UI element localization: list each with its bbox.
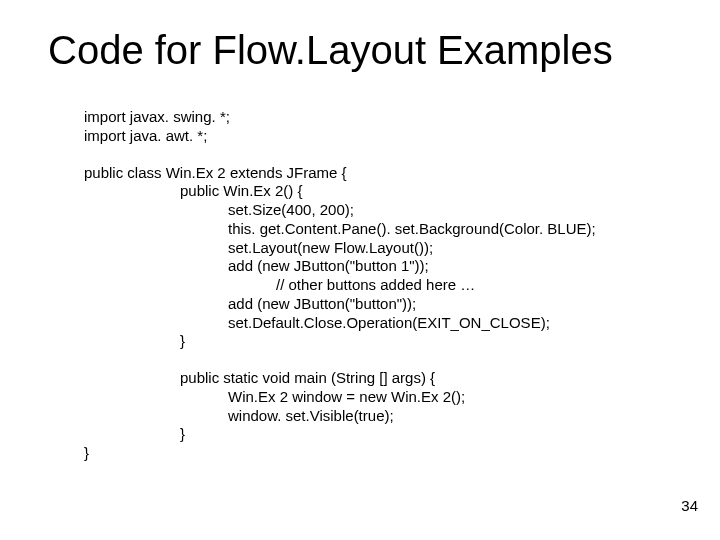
code-line: }: [84, 332, 680, 351]
code-block: import javax. swing. *; import java. awt…: [84, 108, 680, 463]
code-line: window. set.Visible(true);: [84, 407, 680, 426]
code-line: public class Win.Ex 2 extends JFrame {: [84, 164, 680, 183]
code-line: set.Default.Close.Operation(EXIT_ON_CLOS…: [84, 314, 680, 333]
code-line: }: [84, 425, 680, 444]
page-number: 34: [681, 497, 698, 514]
code-line: set.Size(400, 200);: [84, 201, 680, 220]
code-line: Win.Ex 2 window = new Win.Ex 2();: [84, 388, 680, 407]
blank-line: [84, 351, 680, 369]
blank-line: [84, 146, 680, 164]
code-line: public static void main (String [] args)…: [84, 369, 680, 388]
code-line: this. get.Content.Pane(). set.Background…: [84, 220, 680, 239]
code-line: }: [84, 444, 680, 463]
code-line: set.Layout(new Flow.Layout());: [84, 239, 680, 258]
code-line: // other buttons added here …: [84, 276, 680, 295]
code-line: import java. awt. *;: [84, 127, 680, 146]
slide: Code for Flow.Layout Examples import jav…: [0, 0, 720, 540]
slide-title: Code for Flow.Layout Examples: [48, 28, 688, 73]
code-line: public Win.Ex 2() {: [84, 182, 680, 201]
code-line: import javax. swing. *;: [84, 108, 680, 127]
code-line: add (new JButton("button 1"));: [84, 257, 680, 276]
code-line: add (new JButton("button"));: [84, 295, 680, 314]
